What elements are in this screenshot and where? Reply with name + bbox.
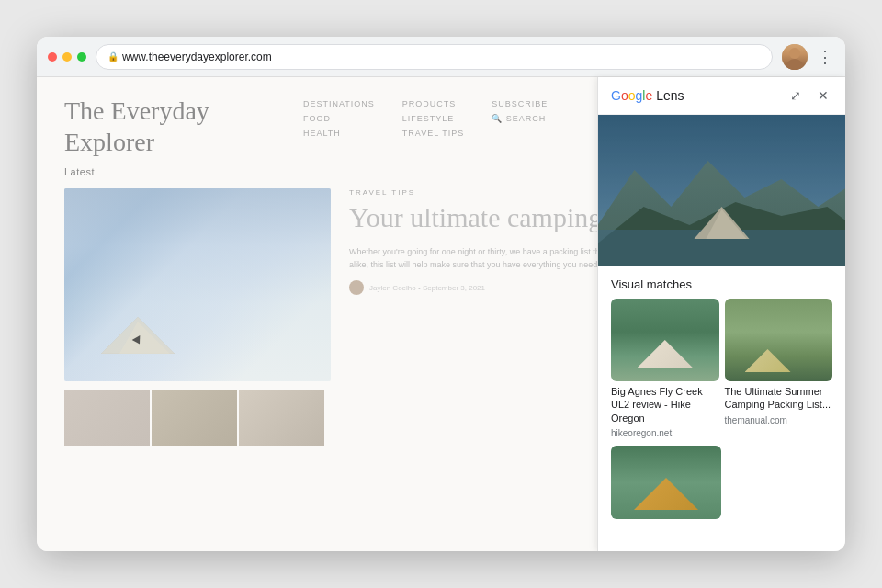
lens-label: Lens xyxy=(656,88,684,103)
browser-chrome: 🔒 www.theeverydayexplorer.com ⋮ xyxy=(37,37,845,77)
user-avatar[interactable] xyxy=(782,44,808,70)
match-source-2: themanual.com xyxy=(725,415,833,425)
nav-destinations[interactable]: DESTINATIONS xyxy=(303,99,375,108)
match-source-1: hikeoregon.net xyxy=(611,428,719,438)
article-image xyxy=(64,188,331,381)
url-text: www.theeverydayexplorer.com xyxy=(122,51,272,63)
match-card-2[interactable]: The Ultimate Summer Camping Packing List… xyxy=(725,299,833,438)
lens-header: Google Lens ⤢ ✕ xyxy=(598,77,845,115)
thumbnail-1[interactable] xyxy=(64,390,150,446)
google-logo-text: Google xyxy=(611,88,652,103)
lens-image-preview xyxy=(598,115,845,266)
visual-matches-header: Visual matches xyxy=(598,266,845,299)
maximize-window-button[interactable] xyxy=(77,52,86,62)
match-card-1[interactable]: Big Agnes Fly Creek UL2 review - Hike Or… xyxy=(611,299,719,438)
nav-products[interactable]: PRODUCTS xyxy=(402,99,464,108)
site-nav: DESTINATIONS FOOD HEALTH PRODUCTS LIFEST… xyxy=(303,96,548,138)
nav-col-2: PRODUCTS LIFESTYLE TRAVEL TIPS xyxy=(402,99,464,138)
avatar-image xyxy=(782,44,808,70)
nav-lifestyle[interactable]: LIFESTYLE xyxy=(402,114,464,123)
thumbnail-3[interactable] xyxy=(239,390,324,446)
author-avatar xyxy=(349,280,364,295)
article-byline: Jaylen Coelho • September 3, 2021 xyxy=(369,284,485,292)
google-lens-panel: Google Lens ⤢ ✕ xyxy=(597,77,845,551)
browser-window: 🔒 www.theeverydayexplorer.com ⋮ The Ever… xyxy=(37,37,845,551)
nav-food[interactable]: FOOD xyxy=(303,114,375,123)
site-logo: The Everyday Explorer xyxy=(64,96,248,157)
lock-icon: 🔒 xyxy=(107,51,117,62)
nav-travel-tips[interactable]: TRAVEL TIPS xyxy=(402,129,464,138)
nav-health[interactable]: HEALTH xyxy=(303,129,375,138)
lens-actions: ⤢ ✕ xyxy=(786,86,832,105)
nav-col-1: DESTINATIONS FOOD HEALTH xyxy=(303,99,375,138)
share-button[interactable]: ⤢ xyxy=(786,86,805,105)
address-bar[interactable]: 🔒 www.theeverydayexplorer.com xyxy=(96,44,773,70)
lens-logo: Google Lens xyxy=(611,88,684,103)
matches-grid: Big Agnes Fly Creek UL2 review - Hike Or… xyxy=(598,299,845,438)
close-lens-button[interactable]: ✕ xyxy=(814,86,832,105)
window-controls xyxy=(48,52,86,62)
match-title-2: The Ultimate Summer Camping Packing List… xyxy=(725,385,833,412)
browser-menu-button[interactable]: ⋮ xyxy=(817,47,834,67)
nav-col-3: SUBSCRIBE 🔍 SEARCH xyxy=(492,99,548,138)
lens-overlay xyxy=(598,115,845,266)
match-image-2 xyxy=(725,299,833,381)
match-title-1: Big Agnes Fly Creek UL2 review - Hike Or… xyxy=(611,385,719,424)
close-window-button[interactable] xyxy=(48,52,57,62)
match-card-wide[interactable] xyxy=(598,438,845,519)
browser-content: The Everyday Explorer DESTINATIONS FOOD … xyxy=(37,77,845,551)
thumbnail-2[interactable] xyxy=(152,390,237,446)
match-image-1 xyxy=(611,299,719,381)
nav-search[interactable]: 🔍 SEARCH xyxy=(492,114,548,123)
match-image-wide xyxy=(611,446,721,519)
minimize-window-button[interactable] xyxy=(62,52,72,62)
nav-subscribe[interactable]: SUBSCRIBE xyxy=(492,99,548,108)
